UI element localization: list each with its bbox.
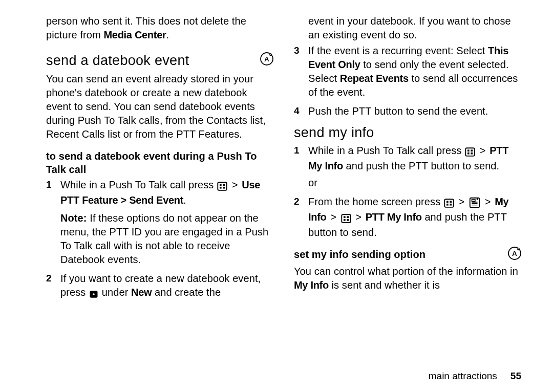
media-center-label: Media Center	[103, 29, 166, 40]
svg-rect-25	[347, 216, 349, 219]
steps-list: While in a Push To Talk call press > Use…	[46, 178, 274, 301]
text: From the home screen press	[308, 196, 443, 207]
antenna-icon: A	[507, 246, 522, 265]
text: and create the	[152, 287, 221, 298]
breadcrumb-separator: >	[354, 210, 363, 224]
manual-page: person who sent it. This does not delete…	[0, 0, 553, 392]
menu-label-ptt-my-info: PTT My Info	[366, 211, 422, 223]
svg-rect-18	[446, 201, 449, 203]
svg-rect-27	[347, 219, 349, 221]
svg-rect-20	[446, 204, 449, 206]
step-item: From the home screen press > > My Info >…	[294, 195, 522, 239]
step-continuation: event in your datebook. If you want to c…	[294, 14, 522, 42]
page-footer: main attractions 55	[46, 365, 522, 382]
two-column-layout: person who sent it. This does not delete…	[46, 14, 522, 365]
breadcrumb-separator: >	[231, 178, 239, 192]
note-label: Note:	[60, 212, 87, 224]
breadcrumb-separator: >	[458, 195, 466, 209]
svg-rect-17	[444, 200, 453, 208]
step-item: If the event is a recurring event: Selec…	[294, 44, 522, 99]
menu-key-icon	[217, 180, 228, 193]
subheading-row: set my info sending option A	[294, 245, 522, 265]
contacts-icon	[469, 197, 481, 210]
menu-label-new: New	[131, 287, 152, 298]
text: You can control what portion of the info…	[294, 266, 518, 277]
breadcrumb-separator: >	[479, 144, 487, 158]
text: If the event is a recurring event: Selec…	[308, 45, 488, 56]
steps-list-continued: If the event is a recurring event: Selec…	[294, 44, 522, 118]
section-heading: send my info	[294, 123, 374, 142]
note-body: If these options do not appear on the me…	[60, 212, 268, 265]
menu-label-my-info: My Info	[294, 279, 329, 291]
text: and push the PTT button to send.	[343, 160, 499, 171]
text: While in a Push To Talk call press	[308, 145, 464, 156]
svg-rect-23	[342, 215, 350, 223]
svg-rect-13	[467, 150, 470, 152]
antenna-icon: A	[259, 51, 274, 70]
option-repeat-events: Repeat Events	[340, 73, 409, 84]
right-column: event in your datebook. If you want to c…	[294, 14, 522, 365]
svg-text:A: A	[512, 250, 517, 258]
note-block: Note: If these options do not appear on …	[60, 211, 274, 267]
svg-point-11	[93, 293, 95, 295]
svg-rect-26	[344, 219, 346, 221]
step-item: Push the PTT button to send the event.	[294, 104, 522, 118]
step-item: If you want to create a new datebook eve…	[46, 272, 274, 301]
menu-key-icon	[443, 197, 455, 210]
text: is sent and whether it is	[329, 279, 440, 291]
breadcrumb-separator: >	[329, 210, 337, 224]
svg-rect-16	[471, 153, 473, 155]
left-column: person who sent it. This does not delete…	[46, 14, 274, 365]
subheading: to send a datebook event during a Push T…	[46, 149, 274, 176]
section-heading: send a datebook event	[46, 51, 189, 70]
text: .	[166, 29, 169, 40]
heading-row: send my info	[294, 123, 522, 142]
menu-key-icon	[464, 145, 476, 159]
step-item: While in a Push To Talk call press > PTT…	[294, 144, 522, 190]
or-label: or	[308, 176, 522, 190]
myinfo-steps: While in a Push To Talk call press > PTT…	[294, 144, 522, 239]
svg-rect-6	[220, 184, 222, 186]
svg-rect-9	[223, 187, 225, 189]
svg-rect-19	[450, 201, 452, 203]
svg-rect-21	[450, 204, 452, 206]
svg-rect-24	[344, 216, 346, 219]
body-paragraph: You can send an event already stored in …	[46, 72, 274, 141]
menu-key-icon	[341, 212, 352, 226]
subheading: set my info sending option	[294, 248, 426, 261]
text: While in a Push To Talk call press	[60, 179, 217, 190]
svg-rect-5	[218, 182, 226, 190]
svg-text:A: A	[264, 55, 269, 63]
svg-rect-7	[223, 184, 225, 186]
svg-rect-12	[465, 148, 474, 157]
body-paragraph: You can control what portion of the info…	[294, 265, 522, 292]
softkey-icon	[89, 287, 99, 301]
text: .	[183, 194, 186, 206]
text: under	[99, 287, 131, 298]
step-item: While in a Push To Talk call press > Use…	[46, 178, 274, 267]
svg-rect-14	[471, 150, 473, 152]
footer-page-number: 55	[511, 371, 521, 382]
footer-section-name: main attractions	[429, 371, 497, 382]
svg-rect-15	[467, 153, 470, 155]
svg-rect-8	[220, 187, 222, 189]
breadcrumb-separator: >	[484, 195, 492, 209]
text: Push the PTT button to send the event.	[308, 105, 488, 117]
heading-row: send a datebook event A	[46, 51, 274, 70]
carryover-paragraph: person who sent it. This does not delete…	[46, 14, 274, 42]
